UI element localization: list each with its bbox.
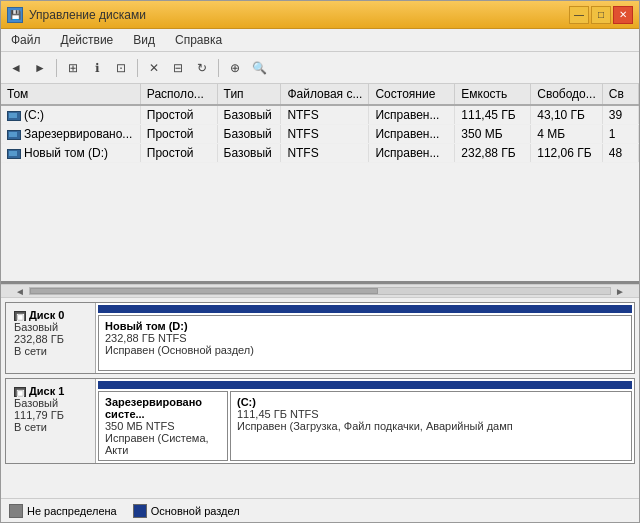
horizontal-scrollbar[interactable]: ◄ ► <box>1 284 639 298</box>
legend: Не распределена Основной раздел <box>1 498 639 522</box>
cell-free: 4 МБ <box>531 125 603 144</box>
col-header-name: Том <box>1 84 140 105</box>
table-row[interactable]: Зарезервировано... Простой Базовый NTFS … <box>1 125 639 144</box>
toolbar: ◄ ► ⊞ ℹ ⊡ ✕ ⊟ ↻ ⊕ 🔍 <box>1 52 639 84</box>
legend-primary-label: Основной раздел <box>151 505 240 517</box>
scroll-track[interactable] <box>29 287 611 295</box>
window-title: Управление дисками <box>29 8 146 22</box>
toolbar-square[interactable]: ⊡ <box>110 57 132 79</box>
toolbar-delete[interactable]: ✕ <box>143 57 165 79</box>
cell-free: 43,10 ГБ <box>531 105 603 125</box>
main-window: 💾 Управление дисками — □ ✕ Файл Действие… <box>0 0 640 523</box>
partition-name: Новый том (D:) <box>105 320 625 332</box>
table-section[interactable]: Том Располо... Тип Файловая с... Состоян… <box>1 84 639 284</box>
legend-unalloc-label: Не распределена <box>27 505 117 517</box>
close-button[interactable]: ✕ <box>613 6 633 24</box>
disk-id: ▣Диск 0 <box>14 309 87 321</box>
legend-unallocated: Не распределена <box>9 504 117 518</box>
partitions-row: Новый том (D:) 232,88 ГБ NTFS Исправен (… <box>98 315 632 371</box>
menu-view[interactable]: Вид <box>127 31 161 49</box>
toolbar-refresh[interactable]: ↻ <box>191 57 213 79</box>
partition-size: 232,88 ГБ NTFS <box>105 332 625 344</box>
toolbar-minus[interactable]: ⊟ <box>167 57 189 79</box>
cell-status: Исправен... <box>369 144 455 163</box>
menu-file[interactable]: Файл <box>5 31 47 49</box>
cell-free: 112,06 ГБ <box>531 144 603 163</box>
partition[interactable]: Новый том (D:) 232,88 ГБ NTFS Исправен (… <box>98 315 632 371</box>
cell-layout: Простой <box>140 105 217 125</box>
partition-size: 350 МБ NTFS <box>105 420 221 432</box>
cell-type: Базовый <box>217 105 281 125</box>
disk-status: В сети <box>14 345 87 357</box>
partition-bar-top <box>98 305 632 313</box>
disk-row: ▣Диск 0 Базовый 232,88 ГБ В сети Новый т… <box>5 302 635 374</box>
toolbar-back[interactable]: ◄ <box>5 57 27 79</box>
cell-status: Исправен... <box>369 125 455 144</box>
cell-freepct: 39 <box>602 105 638 125</box>
toolbar-search[interactable]: 🔍 <box>248 57 270 79</box>
minimize-button[interactable]: — <box>569 6 589 24</box>
partition-status: Исправен (Система, Акти <box>105 432 221 456</box>
toolbar-sep-3 <box>218 59 219 77</box>
col-header-layout: Располо... <box>140 84 217 105</box>
cell-fs: NTFS <box>281 125 369 144</box>
disk-label: ▣Диск 0 Базовый 232,88 ГБ В сети <box>6 303 96 373</box>
cell-fs: NTFS <box>281 105 369 125</box>
cell-layout: Простой <box>140 144 217 163</box>
partition-name: (C:) <box>237 396 625 408</box>
partition-status: Исправен (Основной раздел) <box>105 344 625 356</box>
toolbar-sep-1 <box>56 59 57 77</box>
disk-partitions: Новый том (D:) 232,88 ГБ NTFS Исправен (… <box>96 303 634 373</box>
partition-name: Зарезервировано систе... <box>105 396 221 420</box>
disk-size: 232,88 ГБ <box>14 333 87 345</box>
legend-primary-color <box>133 504 147 518</box>
disk-size: 111,79 ГБ <box>14 409 87 421</box>
toolbar-sep-2 <box>137 59 138 77</box>
volume-icon <box>7 111 21 121</box>
disk-type: Базовый <box>14 321 87 333</box>
cell-name: Новый том (D:) <box>1 144 140 163</box>
cell-freepct: 48 <box>602 144 638 163</box>
disk-partitions: Зарезервировано систе... 350 МБ NTFS Исп… <box>96 379 634 463</box>
cell-name: (C:) <box>1 105 140 125</box>
partition-status: Исправен (Загрузка, Файл подкачки, Авари… <box>237 420 625 432</box>
cell-name: Зарезервировано... <box>1 125 140 144</box>
partition-bar-top <box>98 381 632 389</box>
cell-fs: NTFS <box>281 144 369 163</box>
toolbar-grid[interactable]: ⊞ <box>62 57 84 79</box>
cell-layout: Простой <box>140 125 217 144</box>
disk-visual-section[interactable]: ▣Диск 0 Базовый 232,88 ГБ В сети Новый т… <box>1 298 639 498</box>
col-header-type: Тип <box>217 84 281 105</box>
partition[interactable]: Зарезервировано систе... 350 МБ NTFS Исп… <box>98 391 228 461</box>
toolbar-info[interactable]: ℹ <box>86 57 108 79</box>
partition[interactable]: (C:) 111,45 ГБ NTFS Исправен (Загрузка, … <box>230 391 632 461</box>
maximize-button[interactable]: □ <box>591 6 611 24</box>
cell-type: Базовый <box>217 144 281 163</box>
menu-bar: Файл Действие Вид Справка <box>1 29 639 52</box>
disk-label: ▣Диск 1 Базовый 111,79 ГБ В сети <box>6 379 96 463</box>
table-row[interactable]: Новый том (D:) Простой Базовый NTFS Испр… <box>1 144 639 163</box>
disk-icon: ▣ <box>14 311 26 321</box>
menu-action[interactable]: Действие <box>55 31 120 49</box>
cell-status: Исправен... <box>369 105 455 125</box>
cell-type: Базовый <box>217 125 281 144</box>
cell-capacity: 350 МБ <box>455 125 531 144</box>
legend-primary: Основной раздел <box>133 504 240 518</box>
legend-unalloc-color <box>9 504 23 518</box>
disk-icon: ▣ <box>14 387 26 397</box>
menu-help[interactable]: Справка <box>169 31 228 49</box>
col-header-free2: Св <box>602 84 638 105</box>
scroll-thumb[interactable] <box>30 288 378 294</box>
window-icon: 💾 <box>7 7 23 23</box>
col-header-fs: Файловая с... <box>281 84 369 105</box>
toolbar-add[interactable]: ⊕ <box>224 57 246 79</box>
cell-capacity: 111,45 ГБ <box>455 105 531 125</box>
table-row[interactable]: (C:) Простой Базовый NTFS Исправен... 11… <box>1 105 639 125</box>
cell-freepct: 1 <box>602 125 638 144</box>
disk-id: ▣Диск 1 <box>14 385 87 397</box>
toolbar-forward[interactable]: ► <box>29 57 51 79</box>
disk-type: Базовый <box>14 397 87 409</box>
volume-icon <box>7 149 21 159</box>
title-controls: — □ ✕ <box>569 6 633 24</box>
col-header-free: Свободо... <box>531 84 603 105</box>
